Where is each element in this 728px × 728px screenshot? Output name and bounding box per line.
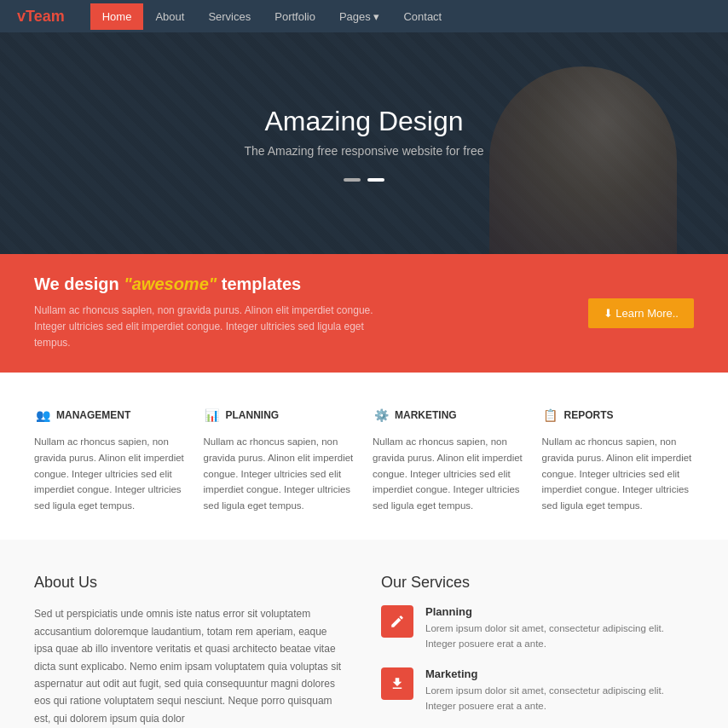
nav-services[interactable]: Services — [196, 3, 263, 30]
management-icon: 👥 — [34, 407, 51, 424]
feature-reports-label: REPORTS — [564, 409, 614, 421]
about-column: About Us Sed ut perspiciatis unde omnis … — [34, 574, 347, 728]
about-services-section: About Us Sed ut perspiciatis unde omnis … — [0, 540, 728, 728]
edit-icon — [390, 614, 405, 629]
service-marketing-text-block: Marketing Lorem ipsum dolor sit amet, co… — [425, 667, 694, 714]
banner-body: Nullam ac rhoncus saplen, non gravida pu… — [34, 303, 375, 352]
feature-reports-text: Nullam ac rhoncus sapien, non gravida pu… — [542, 434, 695, 515]
hero-bg-decoration — [489, 66, 677, 254]
feature-management-title: 👥 MANAGEMENT — [34, 407, 187, 424]
about-text: Sed ut perspiciatis unde omnis iste natu… — [34, 605, 347, 727]
about-heading: About Us — [34, 574, 347, 592]
download-icon — [390, 676, 405, 691]
banner-heading: We design "awesome" templates — [34, 274, 563, 294]
banner-text: We design "awesome" templates Nullam ac … — [34, 274, 563, 352]
service-planning-desc: Lorem ipsum dolor sit amet, consectetur … — [425, 621, 694, 652]
nav-contact[interactable]: Contact — [391, 3, 454, 30]
marketing-icon: ⚙️ — [373, 407, 390, 424]
brand-v: v — [17, 8, 26, 25]
brand-logo[interactable]: vTeam — [17, 8, 65, 26]
service-marketing-icon-box — [381, 667, 413, 700]
feature-reports-title: 📋 REPORTS — [542, 407, 695, 424]
service-planning: Planning Lorem ipsum dolor sit amet, con… — [381, 605, 694, 652]
feature-planning-text: Nullam ac rhoncus sapien, non gravida pu… — [204, 434, 356, 515]
hero-dots — [344, 178, 384, 182]
service-marketing-desc: Lorem ipsum dolor sit amet, consectetur … — [425, 684, 694, 714]
nav-links: Home About Services Portfolio Pages ▾ Co… — [90, 3, 454, 30]
feature-management-text: Nullam ac rhoncus sapien, non gravida pu… — [34, 434, 187, 515]
navbar: vTeam Home About Services Portfolio Page… — [0, 0, 728, 32]
feature-planning: 📊 PLANNING Nullam ac rhoncus sapien, non… — [204, 407, 356, 515]
reports-icon: 📋 — [542, 407, 559, 424]
hero-subtitle: The Amazing free responsive website for … — [245, 144, 484, 158]
feature-marketing-text: Nullam ac rhoncus sapien, non gravida pu… — [373, 434, 525, 515]
services-column: Our Services Planning Lorem ipsum dolor … — [381, 574, 694, 728]
service-planning-text-block: Planning Lorem ipsum dolor sit amet, con… — [425, 605, 694, 652]
nav-about[interactable]: About — [143, 3, 196, 30]
hero-dot-2[interactable] — [367, 178, 384, 182]
learn-more-button[interactable]: ⬇ Learn More.. — [588, 298, 694, 328]
feature-planning-title: 📊 PLANNING — [204, 407, 356, 424]
feature-marketing-label: MARKETING — [395, 409, 457, 421]
brand-team: Team — [26, 8, 65, 25]
banner-heading-start: We design — [34, 274, 124, 293]
hero-section: Amazing Design The Amazing free responsi… — [0, 32, 728, 254]
nav-home[interactable]: Home — [90, 3, 144, 30]
feature-management: 👥 MANAGEMENT Nullam ac rhoncus sapien, n… — [34, 407, 187, 515]
banner-heading-end: templates — [217, 274, 301, 293]
promo-banner: We design "awesome" templates Nullam ac … — [0, 254, 728, 373]
services-heading: Our Services — [381, 574, 694, 592]
feature-management-label: MANAGEMENT — [56, 409, 130, 421]
service-planning-title: Planning — [425, 605, 694, 618]
hero-title: Amazing Design — [265, 106, 464, 137]
service-planning-icon-box — [381, 605, 413, 638]
banner-heading-awesome: "awesome" — [124, 274, 217, 293]
nav-portfolio[interactable]: Portfolio — [263, 3, 327, 30]
feature-marketing: ⚙️ MARKETING Nullam ac rhoncus sapien, n… — [373, 407, 525, 515]
planning-icon: 📊 — [204, 407, 221, 424]
nav-pages[interactable]: Pages ▾ — [327, 3, 391, 30]
feature-marketing-title: ⚙️ MARKETING — [373, 407, 525, 424]
feature-planning-label: PLANNING — [226, 409, 280, 421]
service-marketing: Marketing Lorem ipsum dolor sit amet, co… — [381, 667, 694, 714]
hero-dot-1[interactable] — [344, 178, 361, 182]
features-section: 👥 MANAGEMENT Nullam ac rhoncus sapien, n… — [0, 373, 728, 540]
feature-reports: 📋 REPORTS Nullam ac rhoncus sapien, non … — [542, 407, 695, 515]
service-marketing-title: Marketing — [425, 667, 694, 680]
